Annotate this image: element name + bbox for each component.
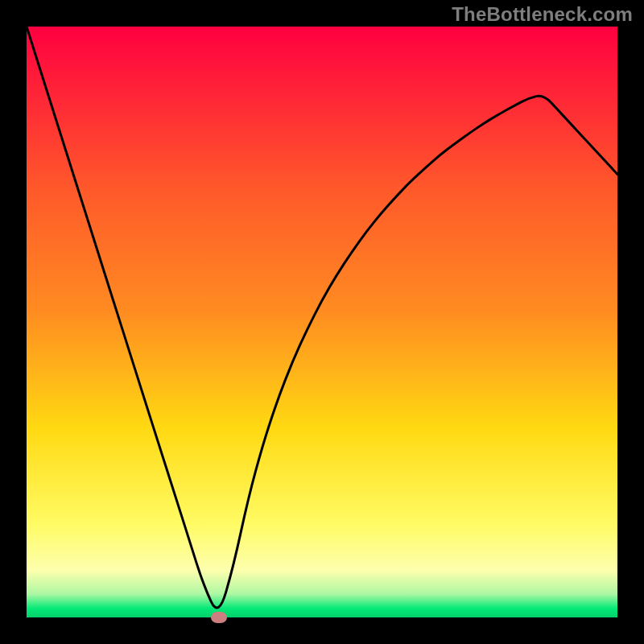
chart-svg [0, 0, 644, 644]
watermark-text: TheBottleneck.com [452, 3, 633, 26]
minimum-marker [211, 612, 227, 623]
plot-background [27, 27, 617, 617]
chart-stage: { "watermark": "TheBottleneck.com", "lay… [0, 0, 644, 644]
